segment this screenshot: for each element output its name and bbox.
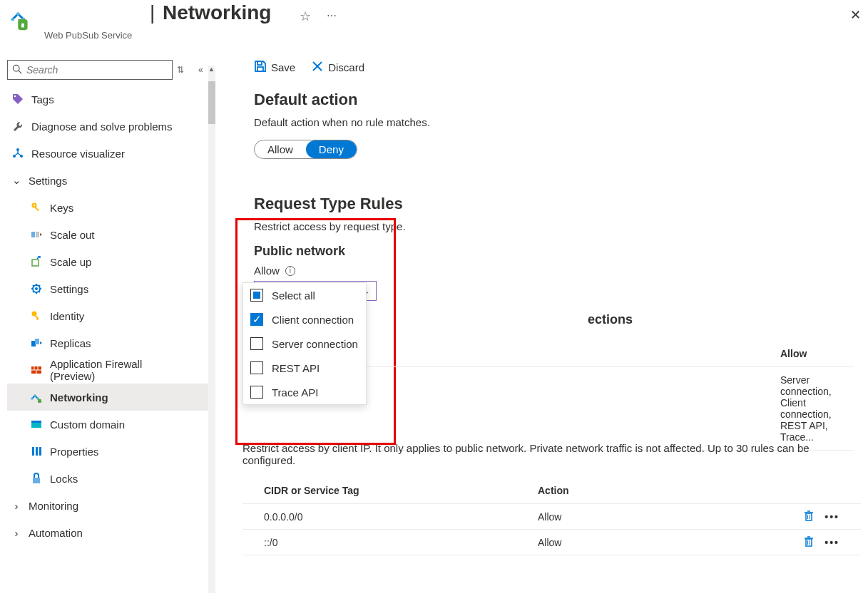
option-rest-api[interactable]: REST API	[243, 356, 366, 380]
option-label: Server connection	[272, 338, 358, 350]
action-header: Action	[538, 485, 839, 496]
sidebar-label: Resource visualizer	[31, 148, 125, 160]
favorite-star-icon[interactable]: ☆	[300, 9, 311, 24]
chevron-down-icon: ⌄	[11, 174, 21, 187]
svg-point-6	[14, 96, 16, 98]
sidebar-item-replicas[interactable]: Replicas	[7, 329, 214, 356]
toggle-allow[interactable]: Allow	[255, 140, 306, 158]
sidebar-item-networking[interactable]: Networking	[7, 384, 214, 411]
sidebar-label: Locks	[50, 473, 78, 485]
svg-point-28	[31, 397, 34, 400]
collapse-sidebar-icon[interactable]: «	[198, 65, 203, 75]
svg-rect-14	[36, 232, 39, 237]
svg-rect-38	[257, 67, 263, 71]
sidebar-label: Monitoring	[29, 500, 78, 512]
tag-icon	[11, 93, 24, 106]
sidebar-item-resource-visualizer[interactable]: Resource visualizer	[7, 140, 214, 167]
svg-rect-33	[32, 447, 34, 456]
sidebar-label: Identity	[50, 310, 84, 322]
sidebar-item-tags[interactable]: Tags	[7, 86, 214, 113]
delete-icon[interactable]	[803, 535, 815, 549]
info-icon[interactable]: i	[285, 266, 295, 276]
discard-label: Discard	[328, 61, 364, 73]
svg-rect-37	[257, 61, 262, 65]
more-icon[interactable]: •••	[824, 511, 839, 523]
sidebar-item-scale-out[interactable]: Scale out	[7, 221, 214, 248]
svg-rect-32	[31, 421, 41, 423]
sidebar-label: Replicas	[50, 337, 91, 349]
sidebar-group-monitoring[interactable]: › Monitoring	[7, 492, 214, 519]
sidebar-item-diagnose[interactable]: Diagnose and solve problems	[7, 113, 214, 140]
sidebar-item-properties[interactable]: Properties	[7, 438, 214, 465]
private-endpoints-heading-partial: ections	[588, 312, 633, 327]
search-input-wrap[interactable]	[7, 60, 173, 80]
sidebar-item-settings[interactable]: Settings	[7, 275, 214, 302]
save-button[interactable]: Save	[254, 60, 295, 75]
option-server-connection[interactable]: Server connection	[243, 332, 366, 356]
toggle-deny[interactable]: Deny	[306, 140, 357, 158]
svg-rect-34	[36, 447, 38, 456]
sidebar-item-custom-domain[interactable]: Custom domain	[7, 411, 214, 438]
lock-icon	[30, 472, 43, 485]
allow-dropdown-list: Select all ✓ Client connection Server co…	[242, 282, 367, 405]
checkbox-icon	[250, 386, 263, 399]
action-cell: Allow	[538, 511, 561, 523]
service-icon	[9, 7, 36, 34]
option-client-connection[interactable]: ✓ Client connection	[243, 307, 366, 332]
service-name: Web PubSub Service	[44, 30, 132, 41]
domain-icon	[30, 418, 43, 431]
close-icon[interactable]: ✕	[850, 7, 861, 23]
sidebar-item-app-firewall[interactable]: Application Firewall (Preview)	[7, 356, 214, 384]
option-label: Trace API	[272, 386, 318, 399]
svg-rect-12	[35, 207, 39, 211]
option-label: Select all	[272, 289, 315, 302]
sidebar-group-automation[interactable]: › Automation	[7, 519, 214, 546]
more-icon[interactable]: ⋯	[327, 10, 337, 21]
search-input[interactable]	[26, 64, 168, 76]
expand-icon[interactable]: ⇅	[177, 65, 184, 75]
svg-rect-41	[806, 513, 812, 520]
sidebar-item-locks[interactable]: Locks	[7, 465, 214, 492]
discard-button[interactable]: Discard	[311, 60, 364, 75]
cidr-cell: 0.0.0.0/0	[264, 511, 538, 523]
ip-rule-row: ::/0 Allow •••	[242, 530, 861, 555]
main-content: Save Discard Default action Default acti…	[214, 56, 868, 601]
svg-rect-46	[806, 539, 812, 546]
svg-point-30	[34, 394, 36, 397]
sidebar-label: Scale out	[50, 229, 95, 241]
properties-icon	[30, 445, 43, 458]
save-label: Save	[271, 61, 295, 73]
discard-icon	[311, 60, 324, 75]
svg-point-11	[34, 205, 35, 206]
title-separator: |	[150, 1, 155, 24]
svg-rect-22	[35, 339, 39, 344]
more-icon[interactable]: •••	[824, 537, 839, 548]
sidebar-group-settings[interactable]: ⌄ Settings	[7, 167, 214, 194]
sidebar-label: Custom domain	[50, 418, 125, 431]
checkbox-checked-icon: ✓	[250, 313, 263, 326]
svg-rect-15	[32, 260, 39, 266]
chevron-right-icon: ›	[11, 527, 21, 539]
default-action-toggle[interactable]: Allow Deny	[254, 140, 357, 159]
option-select-all[interactable]: Select all	[243, 283, 366, 307]
wrench-icon	[11, 120, 24, 133]
scale-up-icon	[30, 255, 43, 268]
allow-label: Allow	[254, 264, 280, 277]
sidebar-item-scale-up[interactable]: Scale up	[7, 248, 214, 275]
save-icon	[254, 60, 267, 75]
cidr-header: CIDR or Service Tag	[264, 485, 538, 496]
sidebar-label: Settings	[29, 175, 67, 187]
sidebar-item-identity[interactable]: Identity	[7, 302, 214, 329]
option-trace-api[interactable]: Trace API	[243, 380, 366, 404]
sidebar-label: Application Firewall (Preview)	[50, 358, 178, 382]
identity-icon	[30, 309, 43, 322]
sidebar-label: Settings	[50, 283, 88, 295]
svg-point-7	[16, 148, 19, 151]
default-action-desc: Default action when no rule matches.	[254, 116, 854, 128]
pe-allow-header: Allow	[780, 348, 854, 359]
delete-icon[interactable]	[803, 510, 815, 523]
checkbox-icon	[250, 337, 263, 350]
svg-rect-3	[21, 24, 24, 28]
svg-rect-35	[39, 447, 41, 456]
sidebar-item-keys[interactable]: Keys	[7, 194, 214, 221]
